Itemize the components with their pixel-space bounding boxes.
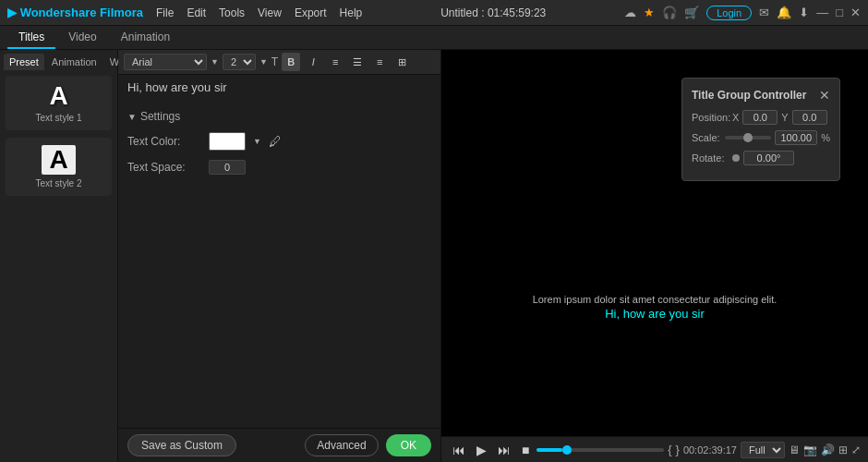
italic-button[interactable]: I <box>304 53 322 71</box>
tgc-scale-row: Scale: % <box>692 130 830 145</box>
progress-bar[interactable] <box>536 448 664 452</box>
menu-file[interactable]: File <box>156 6 174 19</box>
chevron-down-icon: ▼ <box>211 57 219 67</box>
lorem-text: Lorem ipsum dolor sit amet consectetur a… <box>533 294 778 305</box>
settings-panel: ▼ Settings Text Color: ▼ 🖊 Text Space: <box>118 104 440 428</box>
text-display-area[interactable]: Hi, how are you sir <box>118 75 440 104</box>
tgc-x-input[interactable] <box>742 110 778 125</box>
bracket-left: { <box>668 443 671 456</box>
login-button[interactable]: Login <box>706 6 752 20</box>
subtab-animation[interactable]: Animation <box>46 54 102 70</box>
rewind-button[interactable]: ⏮ <box>449 441 469 459</box>
bold-button[interactable]: B <box>282 53 300 71</box>
tgc-scale-value[interactable] <box>775 130 817 145</box>
stop-button[interactable]: ■ <box>518 441 533 459</box>
preview-controls: 🖥 📷 🔊 ⊞ ⤢ <box>789 444 861 456</box>
center-editor: Arial ▼ 24 ▼ T B I ≡ ☰ ≡ ⊞ Hi, how are y… <box>118 50 441 462</box>
window-controls: ☁ ★ 🎧 🛒 Login ✉ 🔔 ⬇ — □ ✕ <box>624 6 861 20</box>
text-toolbar: Arial ▼ 24 ▼ T B I ≡ ☰ ≡ ⊞ <box>118 50 440 75</box>
align-justify-button[interactable]: ⊞ <box>392 53 411 71</box>
text-color-label: Text Color: <box>127 135 201 148</box>
align-right-button[interactable]: ≡ <box>370 53 389 71</box>
app-name: Wondershare Filmora <box>20 6 143 19</box>
play-button[interactable]: ▶ <box>473 441 490 459</box>
tgc-close-button[interactable]: ✕ <box>819 88 830 103</box>
tgc-rotate-row: Rotate: <box>692 151 830 165</box>
text-style-1[interactable]: A Text style 1 <box>6 76 112 130</box>
tgc-y-label: Y <box>781 112 788 123</box>
menu-tools[interactable]: Tools <box>219 6 245 19</box>
text-size-icon: T <box>271 55 278 68</box>
font-select[interactable]: Arial <box>124 54 207 70</box>
minimize-icon[interactable]: — <box>816 6 828 19</box>
ok-button[interactable]: OK <box>386 434 431 456</box>
text-space-input[interactable] <box>209 160 246 175</box>
align-left-button[interactable]: ≡ <box>326 53 344 71</box>
text-style-2[interactable]: A Text style 2 <box>6 138 112 196</box>
star-icon[interactable]: ★ <box>644 6 655 19</box>
tgc-position-label: Position: <box>692 112 729 123</box>
preview-overlay: Lorem ipsum dolor sit amet consectetur a… <box>533 294 778 321</box>
menu-edit[interactable]: Edit <box>187 6 206 19</box>
menu-view[interactable]: View <box>258 6 282 19</box>
volume-icon[interactable]: 🔊 <box>821 444 835 456</box>
preview-panel: Lorem ipsum dolor sit amet consectetur a… <box>441 50 868 462</box>
tgc-title: Title Group Controller <box>692 89 806 102</box>
tgc-rotate-value[interactable] <box>743 151 794 165</box>
chevron-down-icon-3: ▼ <box>127 112 137 122</box>
grid-icon[interactable]: ⊞ <box>838 444 848 456</box>
main-area: Preset Animation WordArt A Text style 1 … <box>0 50 868 462</box>
cloud-icon[interactable]: ☁ <box>624 6 636 19</box>
title-group-controller: Title Group Controller ✕ Position: X Y S… <box>681 78 840 181</box>
advanced-button[interactable]: Advanced <box>305 434 378 456</box>
quality-select[interactable]: Full <box>741 442 785 458</box>
eyedropper-button[interactable]: 🖊 <box>269 134 282 149</box>
tab-animation[interactable]: Animation <box>110 27 181 49</box>
settings-toggle[interactable]: ▼ Settings <box>127 110 431 123</box>
tab-video[interactable]: Video <box>57 27 107 49</box>
size-select[interactable]: 24 <box>223 54 256 70</box>
menu-help[interactable]: Help <box>340 6 363 19</box>
tgc-scale-unit: % <box>821 132 830 143</box>
tgc-rotate-label: Rotate: <box>692 152 729 164</box>
color-picker[interactable] <box>209 132 246 151</box>
bracket-right: } <box>676 443 680 456</box>
save-custom-button[interactable]: Save as Custom <box>127 434 236 456</box>
progress-dot <box>562 445 572 455</box>
left-subtabs: Preset Animation WordArt <box>0 50 117 70</box>
text-space-label: Text Space: <box>127 161 201 174</box>
window-title: Untitled : 01:45:59:23 <box>368 6 619 19</box>
headphone-icon[interactable]: 🎧 <box>662 6 677 19</box>
left-panel: Preset Animation WordArt A Text style 1 … <box>0 50 118 462</box>
download-icon[interactable]: ⬇ <box>799 6 809 19</box>
subtab-preset[interactable]: Preset <box>4 54 44 70</box>
monitor-icon[interactable]: 🖥 <box>789 444 800 456</box>
style2-label: Text style 2 <box>35 178 81 188</box>
snapshot-icon[interactable]: 📷 <box>803 444 817 456</box>
bell-icon[interactable]: 🔔 <box>777 6 791 19</box>
close-icon[interactable]: ✕ <box>850 6 861 19</box>
mail-icon[interactable]: ✉ <box>759 6 769 19</box>
style1-label: Text style 1 <box>35 113 81 123</box>
text-space-row: Text Space: <box>127 160 431 175</box>
progress-fill <box>536 448 562 452</box>
expand-icon[interactable]: ⤢ <box>851 444 861 456</box>
menu-export[interactable]: Export <box>295 6 327 19</box>
cart-icon[interactable]: 🛒 <box>684 6 699 19</box>
menu-bar: File Edit Tools View Export Help <box>156 6 362 19</box>
nav-tabs: Titles Video Animation <box>0 26 868 50</box>
forward-button[interactable]: ⏭ <box>494 441 514 459</box>
hi-text: Hi, how are you sir <box>533 307 778 321</box>
maximize-icon[interactable]: □ <box>836 6 843 19</box>
align-center-button[interactable]: ☰ <box>348 53 367 71</box>
text-content[interactable]: Hi, how are you sir <box>127 80 431 99</box>
tab-titles[interactable]: Titles <box>7 27 55 49</box>
text-color-row: Text Color: ▼ 🖊 <box>127 132 431 151</box>
tgc-header: Title Group Controller ✕ <box>692 88 830 103</box>
tgc-y-input[interactable] <box>792 110 827 125</box>
tgc-scale-slider[interactable] <box>725 136 771 140</box>
time-display: 00:02:39:17 <box>683 444 737 456</box>
style-list: A Text style 1 A Text style 2 <box>0 70 117 462</box>
topbar: ▶ Wondershare Filmora File Edit Tools Vi… <box>0 0 868 26</box>
preview-video: Lorem ipsum dolor sit amet consectetur a… <box>441 50 868 436</box>
